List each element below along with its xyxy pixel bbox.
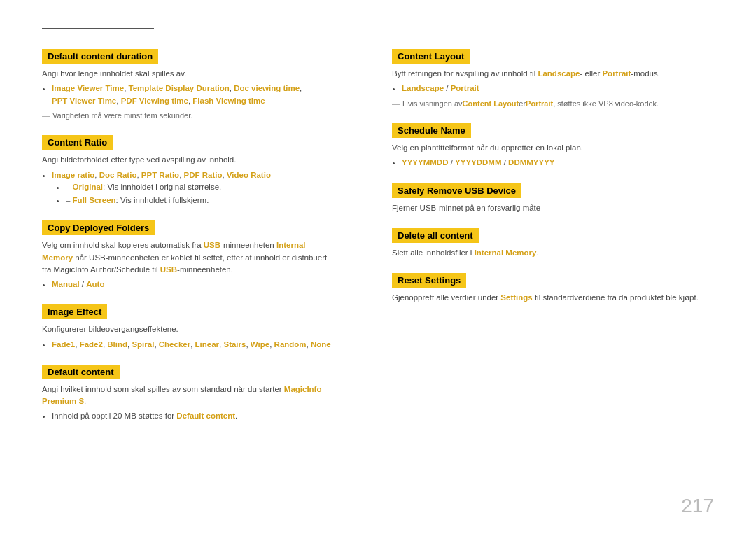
- section-body-reset-settings: Gjenopprett alle verdier under Settings …: [392, 292, 714, 304]
- section-title-default-content: Default content: [42, 365, 120, 379]
- body-intro: Bytt retningen for avspilling av innhold…: [392, 68, 714, 80]
- sub-list-item: Original: Vis innholdet i original størr…: [66, 181, 364, 193]
- section-body-copy-deployed-folders: Velg om innhold skal kopieres automatisk…: [42, 239, 364, 290]
- section-title-image-effect: Image Effect: [42, 304, 107, 319]
- highlight-text: Fade2: [80, 340, 103, 349]
- highlight-text: PPT Ratio: [141, 171, 179, 179]
- highlight-text: Portrait: [602, 69, 631, 78]
- top-rule: [42, 28, 714, 29]
- right-column: Content Layout Bytt retningen for avspil…: [392, 49, 714, 506]
- highlight-text: Template Display Duration: [129, 84, 230, 92]
- top-rule-dark: [42, 28, 154, 29]
- note-line: Varigheten må være minst fem sekunder.: [42, 110, 364, 122]
- sub-list-item: Full Screen: Vis innholdet i fullskjerm.: [66, 195, 364, 206]
- section-title-default-content-duration: Default content duration: [42, 49, 158, 64]
- highlight-text: Image Viewer Time: [52, 84, 124, 92]
- highlight-text: Settings: [500, 293, 532, 302]
- body-intro: Gjenopprett alle verdier under Settings …: [392, 292, 714, 304]
- highlight-text: Default content: [176, 412, 235, 420]
- list-item: Image Viewer Time, Template Display Dura…: [52, 83, 364, 107]
- highlight-text: None: [311, 340, 331, 349]
- list-item: Innhold på opptil 20 MB støttes for Defa…: [52, 410, 364, 422]
- highlight-text: PPT Viewer Time: [52, 97, 116, 105]
- section-title-content-layout: Content Layout: [392, 49, 470, 64]
- highlight-text: Video Ratio: [227, 171, 271, 179]
- list-item: Manual / Auto: [52, 279, 364, 290]
- highlight-text: Auto: [86, 280, 104, 288]
- highlight-text: USB: [204, 241, 220, 249]
- highlight-text: Doc viewing time: [234, 84, 300, 92]
- highlight-text: Spiral: [132, 340, 154, 349]
- highlight-text: Full Screen: [73, 196, 116, 204]
- page-number: 217: [681, 495, 714, 517]
- section-safely-remove-usb: Safely Remove USB Device Fjerner USB-min…: [392, 183, 714, 214]
- section-reset-settings: Reset Settings Gjenopprett alle verdier …: [392, 273, 714, 304]
- list-item: YYYYMMDD / YYYYDDMM / DDMMYYYY: [402, 157, 714, 169]
- section-default-content: Default content Angi hvilket innhold som…: [42, 365, 364, 423]
- highlight-text: Internal: [276, 241, 306, 249]
- section-body-schedule-name: Velg en plantittelformat når du opprette…: [392, 142, 714, 169]
- highlight-text: Original: [73, 183, 103, 191]
- highlight-text: MagicInfoPremium S: [42, 385, 321, 405]
- highlight-text: Flash Viewing time: [192, 97, 265, 105]
- section-schedule-name: Schedule Name Velg en plantittelformat n…: [392, 123, 714, 169]
- highlight-text: Memory: [42, 253, 73, 262]
- two-col-layout: Default content duration Angi hvor lenge…: [42, 49, 714, 506]
- highlight-text: Landscape: [538, 69, 580, 78]
- highlight-text: PDF Ratio: [184, 171, 223, 179]
- left-column: Default content duration Angi hvor lenge…: [42, 49, 364, 506]
- highlight-text: Portrait: [526, 98, 553, 110]
- section-body-delete-all-content: Slett alle innholdsfiler i Internal Memo…: [392, 247, 714, 259]
- section-image-effect: Image Effect Konfigurerer bildeovergangs…: [42, 304, 364, 351]
- section-title-content-ratio: Content Ratio: [42, 135, 113, 150]
- highlight-text: Portrait: [451, 84, 479, 92]
- highlight-text: Manual: [52, 280, 80, 288]
- highlight-text: Random: [274, 340, 307, 349]
- section-body-content-ratio: Angi bildeforholdet etter type ved avspi…: [42, 154, 364, 206]
- body-intro: Velg en plantittelformat når du opprette…: [392, 142, 714, 154]
- list-item: Landscape / Portrait: [402, 83, 714, 94]
- highlight-text: DDMMYYYY: [508, 158, 554, 167]
- highlight-text: PDF Viewing time: [121, 97, 188, 105]
- highlight-text: USB: [160, 265, 177, 274]
- section-body-default-content-duration: Angi hvor lenge innholdet skal spilles a…: [42, 68, 364, 121]
- highlight-text: Image ratio: [52, 171, 94, 179]
- section-body-default-content: Angi hvilket innhold som skal spilles av…: [42, 384, 364, 423]
- highlight-text: Stairs: [223, 340, 246, 349]
- highlight-text: Fade1: [52, 340, 75, 349]
- body-intro: Velg om innhold skal kopieres automatisk…: [42, 239, 364, 276]
- page-container: Default content duration Angi hvor lenge…: [0, 0, 756, 534]
- section-body-image-effect: Konfigurerer bildeovergangseffektene. Fa…: [42, 323, 364, 351]
- highlight-text: Internal Memory: [475, 248, 537, 257]
- section-body-content-layout: Bytt retningen for avspilling av innhold…: [392, 68, 714, 109]
- body-intro: Angi hvilket innhold som skal spilles av…: [42, 384, 364, 408]
- section-content-ratio: Content Ratio Angi bildeforholdet etter …: [42, 135, 364, 206]
- section-delete-all-content: Delete all content Slett alle innholdsfi…: [392, 228, 714, 259]
- section-title-safely-remove-usb: Safely Remove USB Device: [392, 183, 522, 198]
- highlight-text: YYYYMMDD: [402, 158, 448, 167]
- section-body-safely-remove-usb: Fjerner USB-minnet på en forsvarlig måte: [392, 202, 714, 214]
- highlight-text: YYYYDDMM: [455, 158, 501, 167]
- highlight-text: Linear: [195, 340, 220, 349]
- highlight-text: Wipe: [251, 340, 270, 349]
- section-copy-deployed-folders: Copy Deployed Folders Velg om innhold sk…: [42, 220, 364, 290]
- top-rule-light: [161, 29, 714, 29]
- body-intro: Angi bildeforholdet etter type ved avspi…: [42, 154, 364, 166]
- section-title-copy-deployed-folders: Copy Deployed Folders: [42, 220, 155, 235]
- highlight-text: Blind: [107, 340, 127, 349]
- section-default-content-duration: Default content duration Angi hvor lenge…: [42, 49, 364, 121]
- section-content-layout: Content Layout Bytt retningen for avspil…: [392, 49, 714, 109]
- list-item: Fade1, Fade2, Blind, Spiral, Checker, Li…: [52, 339, 364, 351]
- body-intro: Angi hvor lenge innholdet skal spilles a…: [42, 68, 364, 80]
- body-intro: Fjerner USB-minnet på en forsvarlig måte: [392, 202, 714, 214]
- section-title-reset-settings: Reset Settings: [392, 273, 466, 288]
- highlight-text: Content Layout: [463, 98, 519, 110]
- highlight-text: Checker: [159, 340, 190, 349]
- highlight-text: Landscape: [402, 84, 444, 92]
- highlight-text: Doc Ratio: [99, 171, 137, 179]
- section-title-schedule-name: Schedule Name: [392, 123, 471, 138]
- body-intro: Slett alle innholdsfiler i Internal Memo…: [392, 247, 714, 259]
- list-item: Image ratio, Doc Ratio, PPT Ratio, PDF R…: [52, 169, 364, 207]
- body-intro: Konfigurerer bildeovergangseffektene.: [42, 323, 364, 335]
- note-line: Hvis visningen av Content Layout er Port…: [392, 98, 714, 110]
